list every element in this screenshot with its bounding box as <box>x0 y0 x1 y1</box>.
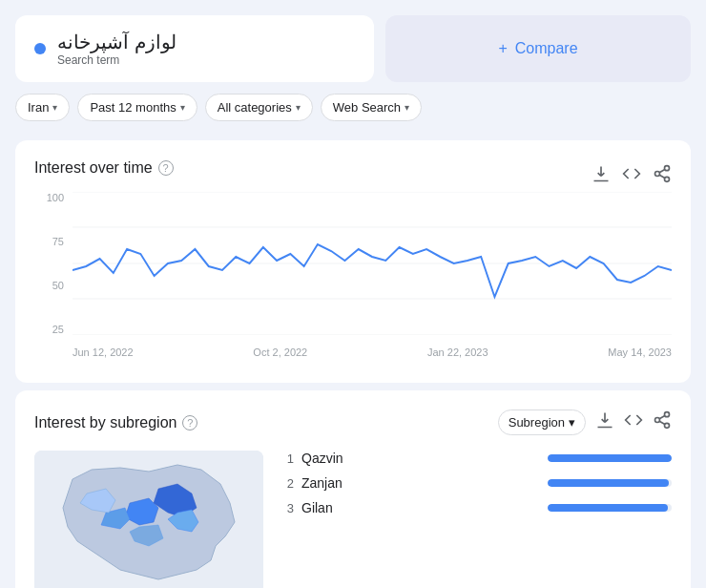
subregion-actions: Subregion ▾ <box>498 410 672 435</box>
svg-line-3 <box>659 175 665 178</box>
subregion-content: 1 Qazvin 2 Zanjan 3 Gilan <box>34 451 672 588</box>
region-item: 1 Qazvin <box>279 451 672 466</box>
compare-label: Compare <box>515 40 578 57</box>
region-bar <box>548 479 669 487</box>
subregion-dropdown[interactable]: Subregion ▾ <box>498 410 586 435</box>
filter-search-type-label: Web Search <box>333 100 401 115</box>
region-name: Zanjan <box>301 475 540 491</box>
card-title: Interest over time ? <box>34 159 174 177</box>
region-rank: 1 <box>279 452 294 466</box>
filter-search-type[interactable]: Web Search ▾ <box>321 94 422 121</box>
xaxis-date1: Jun 12, 2022 <box>73 346 134 358</box>
subregion-header: Interest by subregion ? Subregion ▾ <box>34 410 672 435</box>
region-rank: 3 <box>279 501 294 515</box>
region-item: 3 Gilan <box>279 500 672 515</box>
search-term-card: لوازم آشپرخانه Search term <box>15 15 374 82</box>
card-title-actions <box>592 164 672 188</box>
yaxis-25: 25 <box>52 324 64 335</box>
filter-region[interactable]: Iran ▾ <box>15 94 70 121</box>
filter-category[interactable]: All categories ▾ <box>205 94 313 121</box>
region-bar-container <box>548 479 672 487</box>
filter-time-label: Past 12 months <box>90 100 176 115</box>
search-term-label: Search term <box>57 53 176 67</box>
share-icon[interactable] <box>653 164 672 188</box>
region-bar-container <box>548 504 672 512</box>
svg-line-4 <box>659 169 665 172</box>
interest-over-time-title: Interest over time <box>34 159 153 177</box>
download-icon[interactable] <box>592 164 611 188</box>
region-rank: 2 <box>279 476 294 491</box>
interest-over-time-card: Interest over time ? 100 75 50 25 <box>15 140 691 383</box>
yaxis-50: 50 <box>52 280 64 291</box>
svg-point-11 <box>655 418 660 423</box>
embed-icon-subregion[interactable] <box>624 410 643 434</box>
chevron-down-icon: ▾ <box>569 415 575 430</box>
subregion-title: Interest by subregion ? <box>34 414 197 431</box>
region-bar <box>548 504 668 512</box>
filter-time[interactable]: Past 12 months ▾ <box>77 94 197 121</box>
card-header: Interest over time ? <box>34 159 672 192</box>
chevron-down-icon: ▾ <box>405 102 409 113</box>
chevron-down-icon: ▾ <box>296 102 301 113</box>
yaxis-100: 100 <box>47 192 64 203</box>
region-bar <box>548 454 672 462</box>
svg-line-14 <box>659 415 665 418</box>
interest-by-subregion-card: Interest by subregion ? Subregion ▾ <box>15 390 691 588</box>
share-icon-subregion[interactable] <box>653 410 672 434</box>
region-name: Gilan <box>301 500 540 515</box>
svg-line-13 <box>659 421 665 424</box>
svg-point-12 <box>665 423 670 428</box>
search-term-value: لوازم آشپرخانه <box>57 31 176 53</box>
filter-region-label: Iran <box>28 100 49 115</box>
chevron-down-icon: ▾ <box>180 102 185 113</box>
filter-bar: Iran ▾ Past 12 months ▾ All categories ▾… <box>0 82 706 133</box>
svg-point-10 <box>665 412 670 417</box>
chart-area <box>73 192 672 335</box>
chart-yaxis: 100 75 50 25 <box>34 192 68 335</box>
download-icon-subregion[interactable] <box>595 410 614 434</box>
chart-container: 100 75 50 25 Jun 12, 2022 Oct 2, 2022 Ja… <box>34 192 672 364</box>
region-bar-container <box>548 454 672 462</box>
svg-point-0 <box>665 165 670 170</box>
iran-map <box>34 451 263 588</box>
svg-point-1 <box>655 171 660 176</box>
xaxis-date2: Oct 2, 2022 <box>253 346 307 358</box>
search-term-text: لوازم آشپرخانه Search term <box>57 31 176 67</box>
subregion-title-text: Interest by subregion <box>34 414 176 431</box>
region-name: Qazvin <box>301 451 540 466</box>
compare-card-inner: + Compare <box>498 40 577 57</box>
help-icon-subregion[interactable]: ? <box>182 415 197 430</box>
term-color-dot <box>34 43 46 54</box>
embed-icon[interactable] <box>622 164 641 188</box>
region-item: 2 Zanjan <box>279 475 672 491</box>
svg-point-2 <box>665 177 670 181</box>
chevron-down-icon: ▾ <box>52 102 57 113</box>
plus-icon: + <box>498 40 507 57</box>
chart-xaxis: Jun 12, 2022 Oct 2, 2022 Jan 22, 2023 Ma… <box>73 341 672 364</box>
region-list: 1 Qazvin 2 Zanjan 3 Gilan <box>279 451 672 588</box>
yaxis-75: 75 <box>52 236 64 247</box>
xaxis-date3: Jan 22, 2023 <box>427 346 488 358</box>
top-section: لوازم آشپرخانه Search term + Compare <box>0 0 706 82</box>
xaxis-date4: May 14, 2023 <box>608 346 672 358</box>
compare-card[interactable]: + Compare <box>385 15 691 82</box>
subregion-dropdown-label: Subregion <box>509 415 565 430</box>
help-icon[interactable]: ? <box>158 160 174 176</box>
filter-category-label: All categories <box>218 100 292 115</box>
